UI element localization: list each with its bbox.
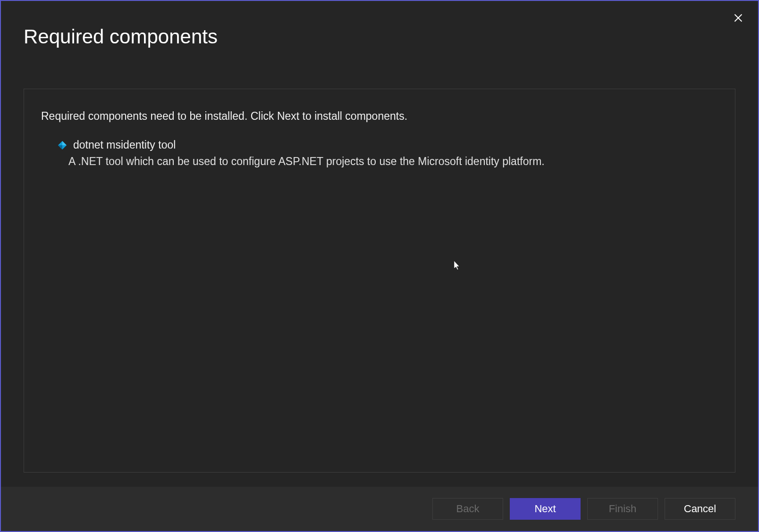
close-icon	[734, 13, 743, 23]
svg-marker-3	[62, 141, 67, 145]
content-frame: Required components need to be installed…	[24, 89, 735, 473]
close-button[interactable]	[730, 9, 747, 26]
diamond-icon	[57, 140, 67, 150]
dialog-title: Required components	[1, 1, 758, 62]
cancel-button[interactable]: Cancel	[665, 498, 735, 520]
back-button[interactable]: Back	[432, 498, 503, 520]
finish-button[interactable]: Finish	[587, 498, 658, 520]
footer-bar: Back Next Finish Cancel	[1, 487, 758, 531]
instruction-text: Required components need to be installed…	[41, 110, 718, 123]
svg-marker-4	[58, 145, 62, 150]
component-name: dotnet msidentity tool	[73, 139, 176, 151]
component-item: dotnet msidentity tool A .NET tool which…	[41, 139, 718, 168]
next-button[interactable]: Next	[510, 498, 581, 520]
component-header: dotnet msidentity tool	[57, 139, 718, 151]
dialog-window: Required components Required components …	[0, 0, 759, 532]
component-description: A .NET tool which can be used to configu…	[57, 155, 718, 168]
